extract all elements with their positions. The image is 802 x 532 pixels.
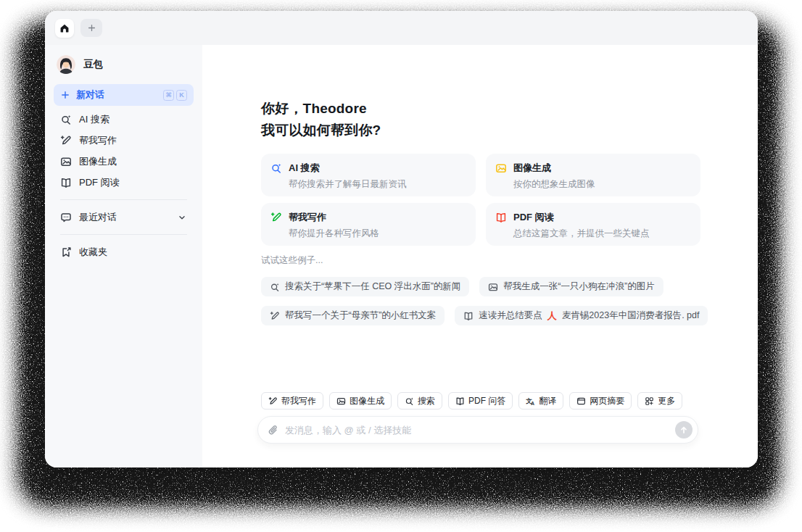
profile-name: 豆包 (83, 58, 103, 71)
favorites-label: 收藏夹 (79, 246, 107, 259)
skill-search[interactable]: 搜索 (397, 392, 442, 410)
shortcut-badges: ⌘ K (163, 90, 187, 101)
examples-title: 试试这些例子... (261, 254, 758, 267)
k-key-badge: K (176, 90, 187, 101)
card-pdf-read[interactable]: PDF 阅读 总结这篇文章，并提供一些关键点 (486, 203, 700, 246)
card-title: 图像生成 (513, 162, 595, 175)
skill-pdf-qa[interactable]: PDF 问答 (448, 392, 513, 410)
home-icon (59, 23, 70, 33)
sidebar-item-write[interactable]: 帮我写作 (54, 130, 194, 151)
tab-home[interactable] (55, 19, 74, 38)
skill-label: 帮我写作 (281, 395, 316, 407)
image-icon (336, 396, 346, 406)
image-icon (488, 282, 498, 292)
example-chip-label: 速读并总结要点 (479, 309, 542, 322)
skill-buttons: 帮我写作 图像生成 搜索 PDF 问答 翻译 (261, 392, 682, 410)
skill-label: 更多 (658, 395, 675, 407)
pdf-file-icon: 人 (547, 311, 557, 320)
ai-search-icon (60, 114, 72, 125)
card-title: AI 搜索 (289, 162, 407, 175)
card-write[interactable]: 帮我写作 帮你提升各种写作风格 (261, 203, 476, 246)
chat-bubble-icon (60, 212, 72, 223)
message-input[interactable] (285, 425, 675, 436)
divider (60, 234, 187, 235)
write-icon (268, 396, 278, 406)
search-icon (270, 162, 282, 174)
example-chip-write[interactable]: 帮我写一个关于“母亲节”的小红书文案 (261, 306, 445, 325)
example-chips-row-1: 搜索关于“苹果下一任 CEO 浮出水面”的新闻 帮我生成一张“一只小狗在冲浪”的… (261, 277, 758, 296)
book-icon (495, 212, 507, 223)
tab-new[interactable] (80, 19, 102, 37)
sidebar-item-label: PDF 阅读 (79, 176, 120, 189)
sidebar-item-label: 图像生成 (79, 155, 117, 168)
sidebar-item-image-gen[interactable]: 图像生成 (54, 151, 194, 172)
avatar (57, 55, 75, 74)
card-desc: 帮你提升各种写作风格 (289, 228, 379, 240)
app-window: 豆包 新对话 ⌘ K AI 搜索 帮我写作 (45, 11, 758, 467)
example-chip-label: 帮我生成一张“一只小狗在冲浪”的图片 (503, 280, 654, 293)
arrow-up-icon (679, 425, 689, 435)
greeting-line2: 我可以如何帮到你? (261, 120, 758, 141)
book-icon (455, 396, 465, 406)
card-desc: 按你的想象生成图像 (513, 178, 595, 191)
example-chips-row-2: 帮我写一个关于“母亲节”的小红书文案 速读并总结要点 人 麦肯锡2023年中国消… (261, 306, 758, 325)
tab-bar (45, 11, 758, 45)
new-chat-button[interactable]: 新对话 ⌘ K (54, 84, 194, 106)
sidebar-item-favorites[interactable]: 收藏夹 (54, 241, 194, 262)
example-chip-label: 搜索关于“苹果下一任 CEO 浮出水面”的新闻 (285, 280, 460, 293)
sidebar-item-label: 帮我写作 (79, 134, 117, 147)
sidebar: 豆包 新对话 ⌘ K AI 搜索 帮我写作 (45, 45, 202, 467)
skill-image-gen[interactable]: 图像生成 (329, 392, 392, 410)
skill-label: 翻译 (539, 395, 556, 407)
card-image-gen[interactable]: 图像生成 按你的想象生成图像 (486, 154, 700, 196)
image-icon (495, 162, 507, 174)
skill-label: 图像生成 (350, 395, 384, 407)
plus-icon (87, 23, 96, 33)
chevron-down-icon[interactable] (177, 212, 187, 223)
sidebar-item-ai-search[interactable]: AI 搜索 (54, 109, 194, 130)
sidebar-menu: AI 搜索 帮我写作 图像生成 PDF 阅读 (54, 109, 194, 193)
message-composer (257, 416, 698, 444)
card-desc: 帮你搜索并了解每日最新资讯 (289, 178, 407, 191)
example-chip-pdf[interactable]: 速读并总结要点 人 麦肯锡2023年中国消费者报告. pdf (455, 306, 708, 325)
skill-translate[interactable]: 翻译 (518, 392, 563, 410)
feature-cards: AI 搜索 帮你搜索并了解每日最新资讯 图像生成 按你的想象生成图像 帮我写作 (261, 154, 700, 246)
example-chip-image[interactable]: 帮我生成一张“一只小狗在冲浪”的图片 (479, 277, 663, 296)
sidebar-item-recent-chats[interactable]: 最近对话 (54, 207, 194, 228)
divider (60, 199, 187, 200)
profile[interactable]: 豆包 (54, 55, 194, 74)
write-icon (60, 135, 72, 146)
sidebar-item-pdf-read[interactable]: PDF 阅读 (54, 172, 194, 193)
paperclip-icon[interactable] (268, 425, 278, 436)
main-area: 你好，Theodore 我可以如何帮到你? AI 搜索 帮你搜索并了解每日最新资… (202, 45, 758, 467)
search-icon (405, 396, 414, 406)
skill-label: 搜索 (418, 395, 435, 407)
image-icon (60, 156, 72, 167)
book-icon (60, 177, 72, 188)
plus-icon (60, 90, 70, 100)
cmd-key-badge: ⌘ (163, 90, 174, 101)
translate-icon (526, 396, 535, 406)
greeting-line1: 你好，Theodore (261, 98, 758, 120)
skill-label: 网页摘要 (590, 395, 624, 407)
search-icon (270, 282, 280, 292)
skill-write[interactable]: 帮我写作 (261, 392, 323, 410)
recent-chats-label: 最近对话 (79, 211, 117, 224)
card-title: PDF 阅读 (513, 211, 650, 224)
card-title: 帮我写作 (289, 211, 379, 224)
new-chat-label: 新对话 (76, 88, 104, 101)
card-desc: 总结这篇文章，并提供一些关键点 (513, 228, 650, 240)
skill-more[interactable]: 更多 (637, 392, 682, 410)
attachment-name: 麦肯锡2023年中国消费者报告. pdf (562, 309, 700, 322)
write-icon (270, 311, 280, 321)
write-icon (270, 212, 282, 223)
greeting: 你好，Theodore 我可以如何帮到你? (261, 98, 758, 141)
sidebar-item-label: AI 搜索 (79, 113, 109, 126)
card-ai-search[interactable]: AI 搜索 帮你搜索并了解每日最新资讯 (261, 154, 476, 196)
example-chip-search[interactable]: 搜索关于“苹果下一任 CEO 浮出水面”的新闻 (261, 277, 469, 296)
skill-web-summary[interactable]: 网页摘要 (569, 392, 632, 410)
bookmark-icon (60, 246, 72, 258)
skill-label: PDF 问答 (468, 395, 505, 407)
web-icon (576, 396, 586, 406)
send-button[interactable] (675, 421, 693, 439)
